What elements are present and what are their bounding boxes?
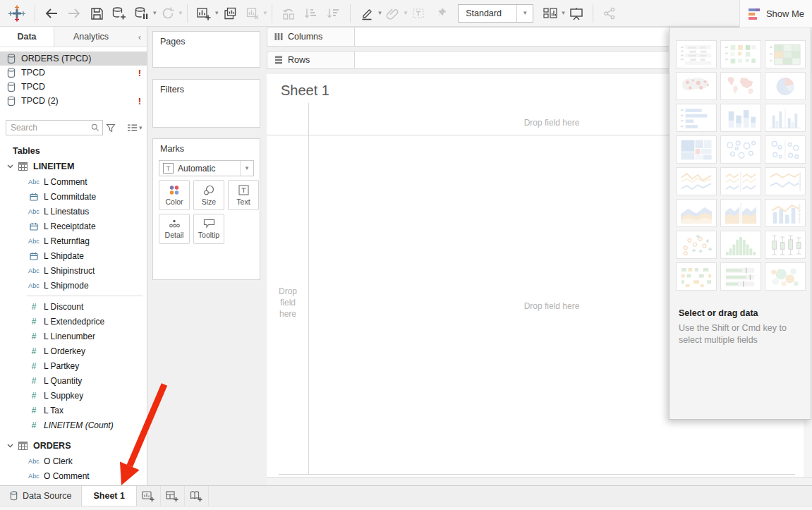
drop-zone-left[interactable]: Drop field here (272, 286, 303, 320)
fix-axes-button[interactable] (431, 4, 451, 23)
showme-chart-pie[interactable] (765, 72, 806, 100)
text-button[interactable]: Text (228, 180, 259, 210)
show-mark-labels-button[interactable] (408, 4, 428, 23)
field-row[interactable]: AbcL Returnflag (0, 233, 147, 248)
tab-data[interactable]: Data (0, 27, 54, 47)
group-members-caret-icon[interactable]: ▾ (404, 10, 408, 16)
fit-selector-caret-icon[interactable]: ▾ (516, 5, 533, 22)
field-row[interactable]: L Commitdate (0, 189, 147, 204)
refresh-data-caret-icon[interactable]: ▾ (179, 10, 183, 16)
showme-chart-packed-bubbles[interactable] (765, 262, 806, 291)
size-button[interactable]: Size (193, 180, 224, 210)
showme-chart-gantt[interactable] (676, 262, 717, 291)
field-row[interactable]: #L Discount (0, 299, 147, 314)
showme-chart-scatter[interactable] (676, 231, 717, 259)
new-data-source-button[interactable] (109, 4, 129, 23)
presentation-mode-button[interactable] (566, 4, 586, 23)
field-row[interactable]: AbcL Comment (0, 174, 147, 189)
show-hide-cards-button[interactable] (540, 4, 560, 23)
showme-chart-circle-views[interactable] (720, 135, 761, 164)
fit-selector[interactable]: Standard ▾ (458, 4, 533, 23)
filters-card[interactable]: Filters (152, 79, 260, 128)
view-options-button[interactable]: ▾ (124, 123, 145, 132)
mark-type-dropdown[interactable]: T Automatic ▾ (159, 160, 254, 176)
pause-auto-updates-button[interactable] (132, 4, 152, 23)
highlight-button[interactable] (357, 4, 377, 23)
field-row[interactable]: #L Tax (0, 403, 147, 418)
showme-chart-text-table[interactable] (676, 40, 717, 68)
data-source-item[interactable]: TPCD (2) ! (0, 94, 147, 108)
showme-chart-histogram[interactable] (720, 231, 761, 259)
tableau-logo-icon[interactable] (6, 4, 28, 23)
pause-auto-updates-caret-icon[interactable]: ▾ (153, 10, 157, 16)
field-row[interactable]: AbcL Linestatus (0, 204, 147, 219)
sort-descending-button[interactable] (324, 4, 344, 23)
showme-chart-highlight-table[interactable] (720, 40, 761, 68)
collapse-pane-icon[interactable]: ‹ (133, 27, 147, 47)
showme-chart-continuous-area[interactable] (676, 199, 717, 227)
swap-rows-columns-button[interactable] (279, 4, 298, 23)
showme-chart-stacked-bars[interactable] (720, 104, 761, 132)
showme-chart-box-and-whisker[interactable] (765, 231, 806, 259)
data-source-item[interactable]: ORDERS (TPCD) (0, 51, 147, 66)
save-button[interactable] (87, 4, 107, 23)
field-row[interactable]: #L Orderkey (0, 344, 147, 358)
showme-chart-dual-combination[interactable] (765, 199, 806, 227)
data-source-item[interactable]: TPCD ! (0, 66, 147, 80)
undo-button[interactable] (42, 4, 61, 23)
new-worksheet-caret-icon[interactable]: ▾ (215, 10, 219, 16)
data-source-tab[interactable]: Data Source (0, 486, 82, 506)
showme-chart-bullet-graph[interactable] (720, 262, 761, 291)
show-me-button[interactable]: Show Me (739, 0, 812, 28)
field-row[interactable]: AbcL Shipinstruct (0, 263, 147, 278)
field-row[interactable]: #L Linenumber (0, 329, 147, 344)
showme-chart-dual-lines[interactable] (765, 167, 806, 195)
chevron-down-icon[interactable] (6, 164, 14, 169)
field-row[interactable]: #LINEITEM (Count) (0, 418, 147, 432)
showme-chart-heat-map[interactable] (765, 40, 806, 68)
pages-card[interactable]: Pages (152, 31, 260, 68)
field-row[interactable]: #L Quantity (0, 373, 147, 388)
field-row[interactable]: AbcO Clerk (0, 454, 147, 468)
field-row[interactable]: #L Partkey (0, 358, 147, 373)
clear-sheet-button[interactable] (243, 4, 262, 23)
filter-fields-button[interactable] (103, 123, 119, 133)
showme-chart-side-by-side-circles[interactable] (765, 135, 806, 164)
tab-analytics[interactable]: Analytics (54, 27, 128, 47)
share-button[interactable] (600, 4, 619, 23)
showme-chart-symbol-map[interactable] (676, 72, 717, 100)
detail-button[interactable]: Detail (159, 214, 190, 244)
field-row[interactable]: AbcO Comment (0, 468, 147, 483)
field-row[interactable]: AbcL Shipmode (0, 278, 147, 293)
mark-type-caret-icon[interactable]: ▾ (240, 161, 253, 176)
group-members-button[interactable] (383, 4, 403, 23)
search-input[interactable] (6, 120, 103, 135)
new-worksheet-tab-button[interactable] (137, 486, 161, 506)
table-group-lineitem[interactable]: LINEITEM (0, 159, 147, 174)
sheet-1-tab[interactable]: Sheet 1 (82, 486, 136, 506)
showme-chart-continuous-lines[interactable] (676, 167, 717, 195)
new-dashboard-tab-button[interactable] (161, 486, 185, 506)
field-row[interactable]: #L Extendedprice (0, 314, 147, 329)
showme-chart-discrete-lines[interactable] (720, 167, 761, 195)
showme-chart-horizontal-bars[interactable] (676, 104, 717, 132)
new-story-tab-button[interactable] (185, 486, 209, 506)
highlight-caret-icon[interactable]: ▾ (378, 10, 382, 16)
showme-chart-treemap[interactable] (676, 135, 717, 164)
field-row[interactable]: L Receiptdate (0, 219, 147, 233)
sort-ascending-button[interactable] (301, 4, 321, 23)
table-group-orders[interactable]: ORDERS (0, 438, 147, 454)
data-source-item[interactable]: TPCD (0, 80, 147, 94)
refresh-data-button[interactable] (158, 4, 178, 23)
horizontal-scrollbar[interactable] (267, 477, 812, 485)
color-button[interactable]: Color (159, 180, 190, 210)
redo-button[interactable] (64, 4, 84, 23)
showme-chart-discrete-area[interactable] (720, 199, 761, 227)
field-row[interactable]: #L Suppkey (0, 388, 147, 403)
tooltip-button[interactable]: Tooltip (193, 214, 224, 244)
showme-chart-filled-map[interactable] (720, 72, 761, 100)
field-row[interactable]: L Shipdate (0, 248, 147, 263)
clear-sheet-caret-icon[interactable]: ▾ (264, 10, 267, 16)
duplicate-sheet-button[interactable] (220, 4, 240, 23)
new-worksheet-button[interactable] (194, 4, 214, 23)
